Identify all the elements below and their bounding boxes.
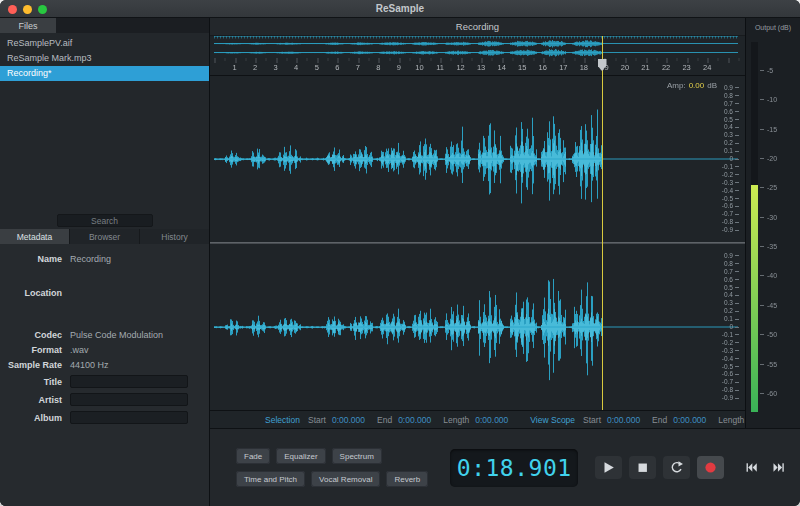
view-scope-label: View Scope [530,415,575,425]
ruler-number: 12 [456,63,464,72]
search-input[interactable] [57,214,153,227]
ruler-number: 10 [415,63,423,72]
output-meter-level [751,185,758,412]
file-item[interactable]: ReSample Mark.mp3 [0,51,209,66]
meter-scale-label: -5 [760,67,773,74]
time-ruler[interactable]: 123456789101112131415161718192021222324 [210,58,745,76]
vocal-removal-button[interactable]: Vocal Removal [311,471,380,487]
file-item[interactable]: ReSamplePV.aif [0,36,209,51]
metadata-input-artist[interactable] [70,393,188,406]
waveform-canvas-left [210,76,745,242]
amplitude-scale-label: -0.8 [722,218,739,226]
waveform-channel-left[interactable]: Amp: 0.00 dB 0.90.80.70.60.50.40.30.20.1… [210,76,745,242]
time-and-pitch-button[interactable]: Time and Pitch [236,471,305,487]
inspector-tab-metadata[interactable]: Metadata [0,229,70,244]
loop-icon [669,460,684,475]
file-item[interactable]: Recording* [0,66,209,81]
amplitude-scale-label: 0.7 [724,100,739,108]
selection-info-bar: SelectionStart0:00.000End0:00.000Length0… [210,410,745,428]
amplitude-scale-label: -0.5 [722,195,739,203]
editor-and-meter: Recording 123456789101112131415161718192… [210,18,800,428]
ruler-number: 4 [294,63,298,72]
metadata-label: Artist [0,395,62,405]
metadata-value: .wav [70,345,89,355]
play-button[interactable] [595,456,622,479]
metadata-row: Format.wav [0,345,209,355]
ruler-number: 5 [315,63,319,72]
amplitude-scale-label: 0.2 [724,139,739,147]
loop-button[interactable] [663,456,690,479]
info-field-value: 0:00.000 [673,415,706,425]
output-meter-title: Output (dB) [746,24,800,31]
search-row [0,212,209,229]
amplitude-scale-label: 0.5 [724,116,739,124]
ruler-number: 11 [436,63,444,72]
metadata-label: Location [0,288,62,298]
info-field-label: Length [718,415,744,425]
time-display: 0:18.901 [450,449,578,487]
skip-back-button[interactable] [741,456,761,479]
spectrum-button[interactable]: Spectrum [332,448,382,464]
metadata-input-album[interactable] [70,411,188,424]
reverb-button[interactable]: Reverb [386,471,428,487]
tab-files[interactable]: Files [0,18,56,33]
amplitude-scale-label: -0.8 [722,386,739,394]
skip-forward-button[interactable] [768,456,788,479]
fade-button[interactable]: Fade [236,448,270,464]
skip-back-icon [745,461,758,474]
metadata-form: NameRecordingLocationCodecPulse Code Mod… [0,244,209,506]
ruler-number: 22 [662,63,670,72]
zoom-window-button[interactable] [38,5,47,14]
ruler-number: 9 [397,63,401,72]
metadata-row: CodecPulse Code Modulation [0,330,209,340]
amplitude-scale-label: -0.2 [722,339,739,347]
inspector-tab-history[interactable]: History [140,229,209,244]
amplitude-scale-label: -0.9 [722,394,739,402]
stop-button[interactable] [629,456,656,479]
waveform-channel-right[interactable]: 0.90.80.70.60.50.40.30.20.10-0.1-0.2-0.3… [210,244,745,410]
main-area: Recording 123456789101112131415161718192… [210,18,800,506]
metadata-input-title[interactable] [70,375,188,388]
amplitude-scale-label: 0 [729,155,739,163]
amplitude-scale-label: -0.1 [722,163,739,171]
play-icon [601,460,616,475]
overview-canvas [210,36,745,58]
info-field-label: Start [583,415,601,425]
record-button[interactable] [697,456,724,479]
amplitude-scale-label: -0.1 [722,331,739,339]
metadata-value: 44100 Hz [70,360,109,370]
amplitude-scale-label: -0.2 [722,171,739,179]
ruler-number: 23 [682,63,690,72]
amp-readout: Amp: 0.00 dB [667,81,717,90]
metadata-row: Location [0,288,209,298]
window-content: Files ReSamplePV.aifReSample Mark.mp3Rec… [0,18,800,506]
playhead-cursor[interactable] [602,36,603,410]
meter-scale-label: -20 [760,155,777,162]
amp-readout-label: Amp: [667,81,686,90]
info-field-label: Start [308,415,326,425]
info-field-label: End [377,415,392,425]
waveform-overview[interactable] [210,36,745,58]
window-title: ReSample [376,3,424,14]
output-meter-track [751,42,758,412]
meter-scale-label: -35 [760,243,777,250]
amplitude-scale-label: 0.9 [724,252,739,260]
metadata-row: Sample Rate44100 Hz [0,360,209,370]
close-window-button[interactable] [8,5,17,14]
amplitude-scale-label: 0.5 [724,284,739,292]
inspector-tab-browser[interactable]: Browser [70,229,140,244]
minimize-window-button[interactable] [23,5,32,14]
app-window: ReSample Files ReSamplePV.aifReSample Ma… [0,0,800,506]
amplitude-scale-label: -0.3 [722,347,739,355]
equalizer-button[interactable]: Equalizer [276,448,325,464]
ruler-number: 13 [477,63,485,72]
meter-scale-label: -40 [760,272,777,279]
ruler-number: 15 [518,63,526,72]
bottom-toolbar: FadeEqualizerSpectrumTime and PitchVocal… [210,428,800,506]
amplitude-scale-label: 0.7 [724,268,739,276]
meter-scale-label: -60 [760,390,777,397]
metadata-value: Pulse Code Modulation [70,330,163,340]
info-field-label: Length [443,415,469,425]
inspector-tabs: MetadataBrowserHistory [0,229,209,244]
ruler-number: 20 [621,63,629,72]
